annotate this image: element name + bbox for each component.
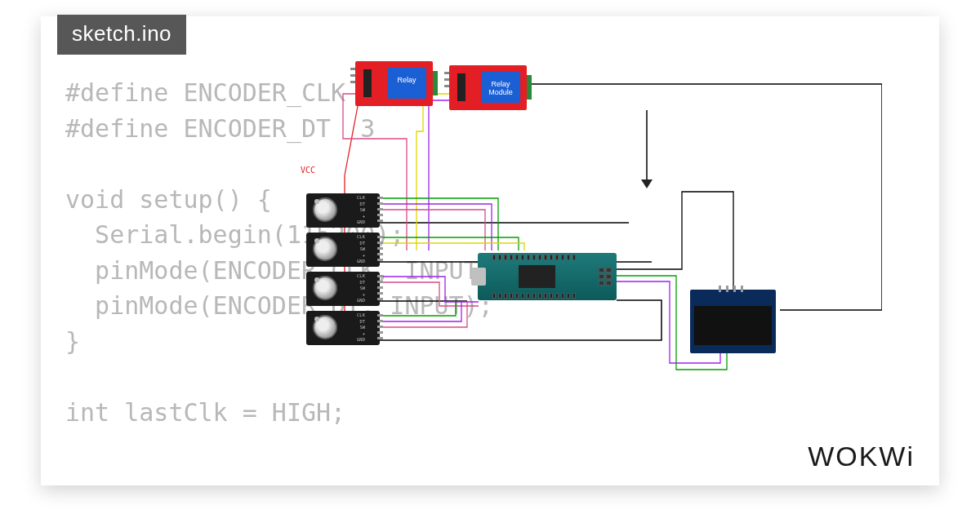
encoder-pin-labels: CLK DT SW + GND (357, 234, 365, 265)
oled-screen (694, 306, 772, 345)
arduino-nano[interactable] (478, 253, 617, 300)
rotary-encoder-3[interactable]: CLK DT SW + GND (306, 272, 380, 306)
encoder-knob-icon[interactable] (313, 276, 337, 300)
vcc-label: VCC (301, 166, 315, 175)
rotary-encoder-4[interactable]: CLK DT SW + GND (306, 311, 380, 345)
relay-1-label: Relay (387, 68, 426, 99)
relay-module-2[interactable]: Relay Module (449, 65, 527, 110)
oled-display[interactable] (690, 290, 776, 353)
arrow-down-icon (641, 179, 653, 188)
mcu-chip-icon (519, 265, 555, 288)
usb-port-icon (471, 268, 486, 286)
encoder-pin-labels: CLK DT SW + GND (357, 195, 365, 226)
project-card: sketch.ino #define ENCODER_CLK 2 #define… (41, 16, 939, 485)
file-tab-label: sketch.ino (72, 21, 172, 46)
rotary-encoder-1[interactable]: CLK DT SW + GND (306, 193, 380, 228)
rotary-encoder-2[interactable]: CLK DT SW + GND (306, 233, 380, 267)
file-tab[interactable]: sketch.ino (57, 15, 186, 55)
encoder-knob-icon[interactable] (313, 315, 337, 339)
encoder-pin-labels: CLK DT SW + GND (357, 273, 365, 304)
relay-module-1[interactable]: Relay (355, 61, 433, 106)
encoder-knob-icon[interactable] (313, 237, 337, 261)
encoder-pin-labels: CLK DT SW + GND (357, 312, 365, 343)
relay-2-label: Relay Module (481, 72, 520, 103)
encoder-knob-icon[interactable] (313, 197, 337, 222)
wokwi-logo: WOKWi (808, 441, 915, 472)
circuit-diagram[interactable]: VCC Relay Relay Module CLK DT SW + GND C… (286, 61, 882, 404)
